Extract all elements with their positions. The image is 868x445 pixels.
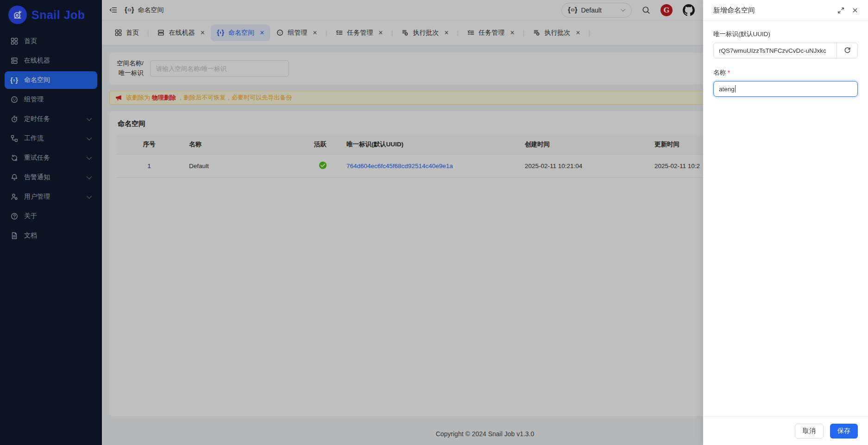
drawer-header: 新增命名空间 × [703,0,868,21]
name-input[interactable]: ateng [713,81,858,97]
regenerate-uuid-button[interactable] [837,43,857,58]
drawer-footer: 取消 保存 [703,416,868,445]
expand-icon[interactable] [837,7,844,14]
refresh-icon [844,47,851,54]
add-namespace-drawer: 新增命名空间 × 唯一标识(默认UUID) 名称* [703,0,868,445]
close-icon[interactable]: × [852,6,858,15]
uuid-field-label: 唯一标识(默认UUID) [713,30,858,38]
text-cursor [735,85,736,93]
name-field-label: 名称* [713,69,858,77]
uuid-input-group [713,43,858,58]
uuid-input[interactable] [714,43,837,58]
drawer-title: 新增命名空间 [713,6,755,15]
drawer-form: 唯一标识(默认UUID) 名称* ateng [703,21,868,416]
required-asterisk: * [728,69,730,76]
name-input-value: ateng [719,86,735,93]
cancel-button[interactable]: 取消 [795,424,824,439]
save-button[interactable]: 保存 [830,424,858,439]
